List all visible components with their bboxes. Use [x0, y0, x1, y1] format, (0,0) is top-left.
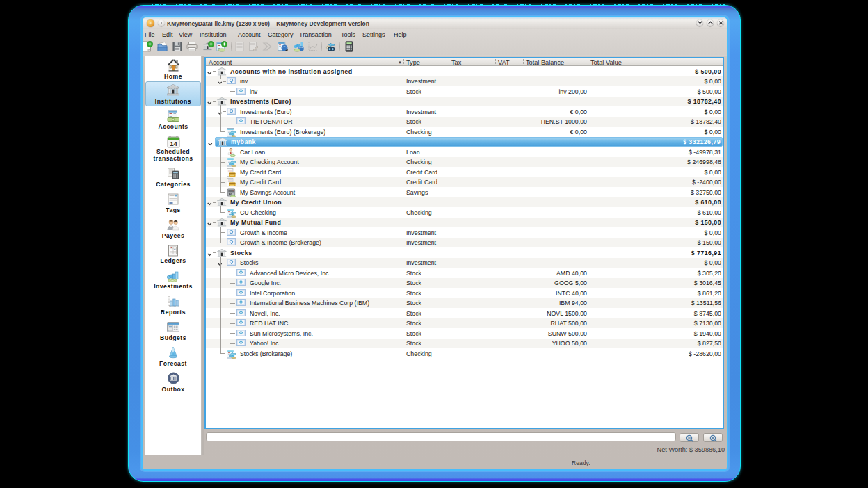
svg-text:14: 14: [170, 140, 177, 147]
